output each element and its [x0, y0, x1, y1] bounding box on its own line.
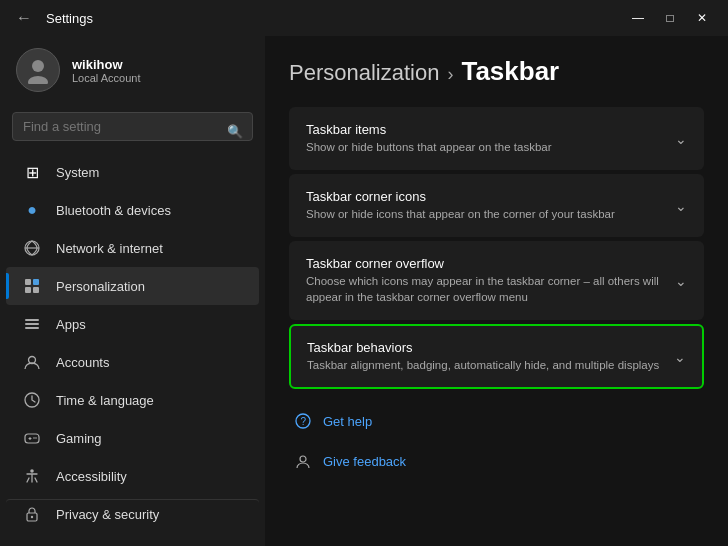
sidebar-item-label: Privacy & security: [56, 507, 159, 522]
sidebar: wikihow Local Account 🔍 ⊞ System ● Bluet…: [0, 36, 265, 546]
sidebar-item-label: Apps: [56, 317, 86, 332]
sidebar-item-label: Bluetooth & devices: [56, 203, 171, 218]
give-feedback-label: Give feedback: [323, 454, 406, 469]
chevron-down-icon: ⌄: [674, 349, 686, 365]
breadcrumb-current: Taskbar: [461, 56, 559, 87]
breadcrumb-separator: ›: [447, 64, 453, 85]
bluetooth-icon: ●: [22, 200, 42, 220]
close-button[interactable]: ✕: [688, 8, 716, 28]
card-title: Taskbar corner overflow: [306, 256, 663, 271]
window-title: Settings: [46, 11, 93, 26]
sidebar-item-gaming[interactable]: Gaming: [6, 419, 259, 457]
content-area: Personalization › Taskbar Taskbar items …: [265, 36, 728, 546]
sidebar-item-label: Gaming: [56, 431, 102, 446]
avatar: [16, 48, 60, 92]
svg-point-1: [28, 76, 48, 84]
minimize-button[interactable]: —: [624, 8, 652, 28]
get-help-label: Get help: [323, 414, 372, 429]
settings-cards: Taskbar items Show or hide buttons that …: [289, 107, 704, 389]
back-button[interactable]: ←: [12, 9, 36, 27]
svg-point-14: [35, 437, 37, 439]
card-desc: Show or hide buttons that appear on the …: [306, 139, 663, 155]
system-icon: ⊞: [22, 162, 42, 182]
sidebar-item-accounts[interactable]: Accounts: [6, 343, 259, 381]
help-icon: ?: [293, 411, 313, 431]
network-icon: [22, 238, 42, 258]
breadcrumb-parent: Personalization: [289, 60, 439, 86]
search-input[interactable]: [12, 112, 253, 141]
sidebar-item-system[interactable]: ⊞ System: [6, 153, 259, 191]
time-icon: [22, 390, 42, 410]
sidebar-item-apps[interactable]: Apps: [6, 305, 259, 343]
feedback-icon: [293, 451, 313, 471]
accounts-icon: [22, 352, 42, 372]
title-bar-controls: — □ ✕: [624, 8, 716, 28]
svg-point-15: [30, 469, 34, 473]
svg-rect-7: [25, 319, 39, 321]
accessibility-icon: [22, 466, 42, 486]
sidebar-item-network[interactable]: Network & internet: [6, 229, 259, 267]
chevron-down-icon: ⌄: [675, 131, 687, 147]
card-title: Taskbar items: [306, 122, 663, 137]
sidebar-item-time[interactable]: Time & language: [6, 381, 259, 419]
card-title: Taskbar behaviors: [307, 340, 662, 355]
svg-point-13: [33, 437, 35, 439]
sidebar-item-label: Accessibility: [56, 469, 127, 484]
taskbar-behaviors-card[interactable]: Taskbar behaviors Taskbar alignment, bad…: [289, 324, 704, 389]
sidebar-item-label: Time & language: [56, 393, 154, 408]
get-help-link[interactable]: ? Get help: [289, 403, 704, 439]
card-text: Taskbar items Show or hide buttons that …: [306, 122, 663, 155]
action-links: ? Get help Give feedback: [289, 403, 704, 479]
chevron-down-icon: ⌄: [675, 198, 687, 214]
svg-rect-5: [25, 287, 31, 293]
give-feedback-link[interactable]: Give feedback: [289, 443, 704, 479]
card-title: Taskbar corner icons: [306, 189, 663, 204]
svg-point-0: [32, 60, 44, 72]
user-info: wikihow Local Account: [72, 57, 141, 84]
gaming-icon: [22, 428, 42, 448]
sidebar-item-label: Accounts: [56, 355, 109, 370]
taskbar-corner-overflow-card[interactable]: Taskbar corner overflow Choose which ico…: [289, 241, 704, 320]
sidebar-item-personalization[interactable]: Personalization: [6, 267, 259, 305]
sidebar-item-label: Personalization: [56, 279, 145, 294]
svg-point-20: [300, 456, 306, 462]
personalization-icon: [22, 276, 42, 296]
nav-list: ⊞ System ● Bluetooth & devices Network &…: [0, 153, 265, 546]
apps-icon: [22, 314, 42, 334]
user-name: wikihow: [72, 57, 141, 72]
taskbar-corner-icons-card[interactable]: Taskbar corner icons Show or hide icons …: [289, 174, 704, 237]
svg-point-17: [31, 516, 33, 518]
svg-rect-4: [33, 279, 39, 285]
taskbar-items-card[interactable]: Taskbar items Show or hide buttons that …: [289, 107, 704, 170]
search-container: 🔍: [0, 108, 265, 153]
sidebar-item-bluetooth[interactable]: ● Bluetooth & devices: [6, 191, 259, 229]
svg-rect-9: [25, 327, 39, 329]
page-header: Personalization › Taskbar: [289, 56, 704, 87]
user-profile[interactable]: wikihow Local Account: [0, 36, 265, 108]
card-text: Taskbar behaviors Taskbar alignment, bad…: [307, 340, 662, 373]
card-text: Taskbar corner icons Show or hide icons …: [306, 189, 663, 222]
privacy-icon: [22, 504, 42, 524]
svg-rect-6: [33, 287, 39, 293]
sidebar-item-accessibility[interactable]: Accessibility: [6, 457, 259, 495]
maximize-button[interactable]: □: [656, 8, 684, 28]
svg-rect-3: [25, 279, 31, 285]
svg-text:?: ?: [301, 416, 307, 427]
sidebar-item-label: Network & internet: [56, 241, 163, 256]
sidebar-item-label: System: [56, 165, 99, 180]
svg-rect-8: [25, 323, 39, 325]
chevron-down-icon: ⌄: [675, 273, 687, 289]
title-bar: ← Settings — □ ✕: [0, 0, 728, 36]
sidebar-item-privacy[interactable]: Privacy & security: [6, 499, 259, 533]
card-desc: Choose which icons may appear in the tas…: [306, 273, 663, 305]
card-text: Taskbar corner overflow Choose which ico…: [306, 256, 663, 305]
card-desc: Taskbar alignment, badging, automaticall…: [307, 357, 662, 373]
card-desc: Show or hide icons that appear on the co…: [306, 206, 663, 222]
user-account-type: Local Account: [72, 72, 141, 84]
svg-rect-12: [25, 434, 39, 443]
main-layout: wikihow Local Account 🔍 ⊞ System ● Bluet…: [0, 36, 728, 546]
title-bar-left: ← Settings: [12, 9, 93, 27]
